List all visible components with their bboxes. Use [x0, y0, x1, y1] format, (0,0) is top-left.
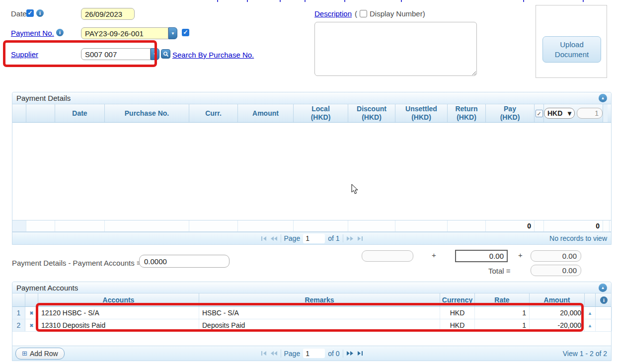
delete-row-icon[interactable]: ✖: [25, 307, 38, 319]
column-header-return-hkd[interactable]: Return (HKD): [448, 104, 486, 122]
account-cell[interactable]: 12310 Deposits Paid: [38, 319, 199, 331]
last-page-icon[interactable]: [357, 236, 363, 241]
column-header-currency[interactable]: Currency: [440, 293, 475, 306]
payment-no-link[interactable]: Payment No.: [11, 29, 54, 37]
summary-cell: [395, 220, 448, 231]
header-blank: [12, 104, 26, 122]
prev-page-icon[interactable]: [270, 236, 277, 241]
exchange-rate-input[interactable]: [577, 108, 603, 119]
payment-details-panel: Payment Details ▲ Date Purchase No. Curr…: [12, 92, 612, 245]
date-label: Date: [11, 9, 27, 18]
amount-cell[interactable]: -20,000: [530, 319, 585, 331]
account-row-2[interactable]: 2 ✖ 12310 Deposits Paid Deposits Paid HK…: [12, 319, 611, 332]
search-by-purchase-link[interactable]: Search By Purchase No.: [172, 51, 254, 59]
search-button[interactable]: [161, 49, 170, 59]
supplier-input[interactable]: S007 007: [81, 48, 151, 60]
remarks-cell[interactable]: Deposits Paid: [199, 319, 440, 331]
first-page-icon[interactable]: [260, 236, 267, 241]
summary-cell: [189, 220, 238, 231]
column-header-purchase-no[interactable]: Purchase No.: [105, 104, 189, 122]
upload-document-box: Upload Document: [536, 5, 607, 78]
column-header-rate[interactable]: Rate: [475, 293, 530, 306]
row-action-arrow-icon[interactable]: ▴: [585, 307, 596, 319]
totals-middle-input[interactable]: [455, 250, 508, 262]
currency-cell[interactable]: HKD: [440, 319, 475, 331]
chevron-up-icon: ▲: [601, 286, 605, 290]
display-number-paren: (: [355, 9, 357, 18]
row-action-arrow-icon[interactable]: ▴: [585, 319, 596, 331]
page-of-text: of 0: [328, 350, 339, 358]
collapse-payment-accounts-button[interactable]: ▲: [599, 284, 607, 292]
supplier-combo: S007 007 ▼: [81, 48, 159, 60]
next-page-icon[interactable]: [346, 351, 354, 356]
column-header-remarks[interactable]: Remarks: [199, 293, 440, 306]
currency-select-value: HKD: [547, 109, 562, 118]
payment-no-input[interactable]: PAY23-09-26-001: [81, 27, 168, 39]
first-page-icon[interactable]: [260, 351, 267, 356]
account-row-1[interactable]: 1 ✖ 12120 HSBC - S/A HSBC - S/A HKD 1 20…: [12, 307, 611, 319]
supplier-value: S007 007: [85, 50, 117, 59]
column-header-local-hkd[interactable]: Local (HKD): [294, 104, 348, 122]
search-icon: [163, 51, 169, 57]
menu-separator-tick: [523, 0, 524, 2]
column-header-discount-hkd[interactable]: Discount (HKD): [348, 104, 395, 122]
last-page-icon[interactable]: [357, 351, 363, 356]
column-header-unsettled-hkd[interactable]: Unsettled (HKD): [395, 104, 448, 122]
difference-label: Payment Details - Payment Accounts =: [12, 259, 141, 267]
payment-accounts-header-row: Accounts Remarks Currency Rate Amount i: [12, 293, 611, 307]
column-header-date[interactable]: Date: [55, 104, 105, 122]
summary-cell: [448, 220, 486, 231]
info-icon[interactable]: i: [600, 296, 608, 304]
upload-document-button[interactable]: Upload Document: [542, 36, 601, 63]
description-link[interactable]: Description: [314, 9, 352, 18]
next-page-icon[interactable]: [346, 236, 354, 241]
prev-page-icon[interactable]: [270, 351, 277, 356]
column-header-accounts[interactable]: Accounts: [38, 293, 199, 306]
column-header-curr[interactable]: Curr.: [189, 104, 238, 122]
add-row-button[interactable]: ⊞ Add Row: [15, 348, 65, 360]
payment-no-info-icon[interactable]: i: [56, 29, 64, 36]
row-blank-cell: [596, 319, 612, 331]
summary-cell: [348, 220, 395, 231]
remarks-cell[interactable]: HSBC - S/A: [199, 307, 440, 319]
page-number-input[interactable]: [303, 234, 325, 243]
page-label: Page: [284, 234, 300, 242]
display-number-checkbox[interactable]: [360, 10, 367, 17]
currency-controls-cell: HKD▾: [544, 104, 603, 122]
delete-row-icon[interactable]: ✖: [25, 319, 38, 331]
page-number-input[interactable]: [303, 349, 325, 358]
column-header-pay-hkd[interactable]: Pay (HKD): [486, 104, 535, 122]
supplier-dropdown-button[interactable]: ▼: [151, 48, 159, 60]
date-checkbox[interactable]: ✓: [26, 9, 34, 17]
description-textarea[interactable]: [314, 22, 477, 76]
totals-right-input: 0.00: [531, 250, 581, 262]
payment-no-checkbox[interactable]: ✓: [182, 29, 189, 36]
totals-left-input: [362, 250, 413, 262]
date-info-icon[interactable]: i: [36, 9, 44, 17]
summary-amount-total: 0: [544, 220, 603, 231]
select-all-checkbox[interactable]: ✓: [536, 110, 543, 117]
rate-cell[interactable]: 1: [475, 307, 530, 319]
account-cell[interactable]: 12120 HSBC - S/A: [38, 307, 199, 319]
header-blank: [585, 293, 596, 306]
difference-input[interactable]: [139, 255, 230, 268]
amount-cell[interactable]: 20,000: [530, 307, 585, 319]
column-header-amount[interactable]: Amount: [238, 104, 294, 122]
select-all-cell: ✓: [535, 104, 544, 122]
menu-separator-tick: [217, 0, 218, 2]
mouse-cursor: [351, 184, 359, 195]
payment-no-dropdown-button[interactable]: ▼: [168, 27, 177, 39]
summary-cell: [294, 220, 348, 231]
currency-cell[interactable]: HKD: [440, 307, 475, 319]
plus-sign: +: [518, 251, 523, 259]
date-input[interactable]: 26/09/2023: [81, 8, 135, 20]
currency-select[interactable]: HKD▾: [544, 108, 575, 119]
page-of-text: of 1: [328, 234, 339, 242]
chevron-down-icon: ▾: [568, 109, 571, 118]
column-header-amount[interactable]: Amount: [530, 293, 585, 306]
rate-cell[interactable]: 1: [475, 319, 530, 331]
page-label: Page: [284, 350, 300, 358]
records-status: No records to view: [549, 234, 607, 242]
supplier-link[interactable]: Supplier: [11, 50, 38, 59]
collapse-payment-details-button[interactable]: ▲: [599, 94, 607, 102]
